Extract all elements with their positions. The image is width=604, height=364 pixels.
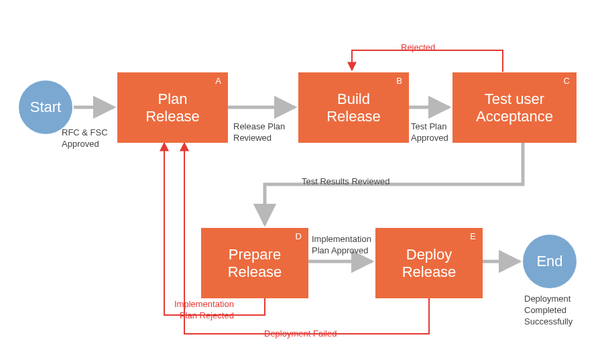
release-flow-diagram: Start A Plan Release B Build Release C T… bbox=[0, 0, 604, 364]
box-test-user-acceptance: C Test user Acceptance bbox=[452, 72, 577, 143]
box-letter: E bbox=[470, 232, 476, 242]
box-line2: Release bbox=[402, 263, 457, 280]
box-letter: B bbox=[396, 76, 402, 86]
edge-label-start-a: RFC & FSCApproved bbox=[62, 127, 108, 150]
box-line1: Build bbox=[337, 90, 370, 107]
edge-label-e-end: DeploymentCompletedSuccessfully bbox=[524, 294, 572, 328]
end-node: End bbox=[523, 235, 577, 288]
edge-label-e-a-failed: Deployment Failed bbox=[264, 328, 337, 340]
start-label: Start bbox=[30, 99, 61, 116]
box-build-release: B Build Release bbox=[298, 72, 409, 143]
edge-label-d-a-rejected: ImplementationPlan Rejected bbox=[174, 299, 234, 322]
box-line1: Test user bbox=[485, 90, 544, 107]
end-label: End bbox=[536, 253, 562, 270]
box-line2: Release bbox=[326, 108, 381, 125]
box-prepare-release: D Prepare Release bbox=[201, 228, 308, 298]
box-plan-release: A Plan Release bbox=[117, 72, 228, 143]
box-letter: C bbox=[564, 76, 570, 86]
box-line2: Release bbox=[228, 263, 282, 280]
box-deploy-release: E Deploy Release bbox=[375, 228, 483, 298]
box-line1: Prepare bbox=[229, 246, 281, 263]
box-line1: Plan bbox=[158, 90, 187, 107]
box-line2: Release bbox=[145, 108, 200, 125]
box-letter: A bbox=[215, 76, 221, 86]
box-letter: D bbox=[296, 232, 302, 242]
edge-label-d-e: ImplementationPlan Approved bbox=[312, 234, 371, 257]
edge-label-b-c: Test PlanApproved bbox=[411, 121, 448, 144]
box-line1: Deploy bbox=[406, 246, 452, 263]
edge-label-a-b: Release PlanReviewed bbox=[233, 121, 285, 144]
edge-label-c-d: Test Results Reviewed bbox=[302, 176, 390, 188]
start-node: Start bbox=[19, 80, 72, 134]
edge-label-c-b-rejected: Rejected bbox=[401, 42, 435, 54]
box-line2: Acceptance bbox=[476, 108, 553, 125]
